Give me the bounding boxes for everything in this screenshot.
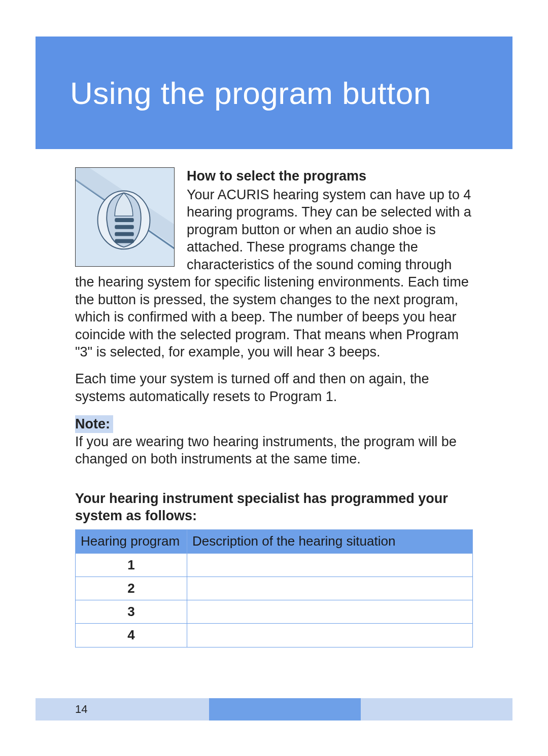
program-number: 4: [76, 624, 187, 647]
program-number: 2: [76, 577, 187, 600]
table-row: 4: [76, 624, 473, 647]
table-row: 1: [76, 553, 473, 577]
svg-rect-5: [115, 239, 134, 243]
program-number: 1: [76, 553, 187, 577]
program-button-illustration: [75, 167, 175, 267]
footer-bar: 14: [36, 698, 512, 721]
specialist-heading: Your hearing instrument specialist has p…: [75, 490, 473, 525]
program-description: [187, 624, 473, 647]
paragraph-2: Each time your system is turned off and …: [75, 370, 473, 405]
footer-light: [361, 698, 512, 721]
content-area: How to select the programs Your ACURIS h…: [75, 167, 473, 647]
program-description: [187, 577, 473, 600]
page-number: 14: [36, 698, 209, 721]
note-text: If you are wearing two hearing instrumen…: [75, 434, 457, 467]
svg-rect-4: [115, 232, 134, 236]
note-label: Note:: [75, 415, 113, 433]
svg-rect-2: [115, 218, 134, 222]
program-description: [187, 553, 473, 577]
footer-accent: [209, 698, 361, 721]
table-header-row: Hearing program Description of the heari…: [76, 530, 473, 553]
program-number: 3: [76, 600, 187, 624]
program-description: [187, 600, 473, 624]
table-header-description: Description of the hearing situation: [187, 530, 473, 553]
table-row: 3: [76, 600, 473, 624]
svg-rect-3: [115, 225, 134, 229]
title-banner: Using the program button: [36, 37, 512, 149]
program-table: Hearing program Description of the heari…: [75, 529, 473, 647]
table-header-program: Hearing program: [76, 530, 187, 553]
page-title: Using the program button: [70, 75, 431, 111]
note-block: Note: If you are wearing two hearing ins…: [75, 415, 473, 468]
table-row: 2: [76, 577, 473, 600]
